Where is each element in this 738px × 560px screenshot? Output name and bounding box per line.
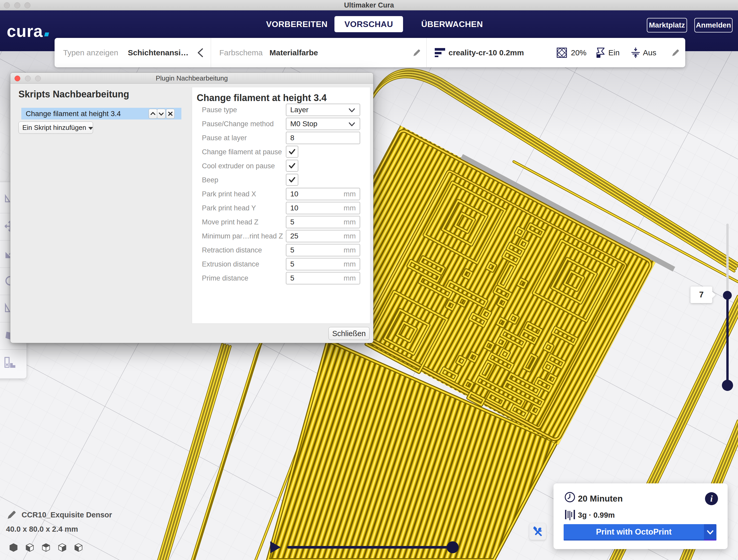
dialog-title: Plugin Nachbearbeitung xyxy=(10,73,373,84)
setting-input[interactable]: 8 xyxy=(286,132,360,144)
color-scheme-value[interactable]: Materialfarbe xyxy=(270,38,318,67)
setting-unit: mm xyxy=(344,216,356,228)
macos-titlebar: Ultimaker Cura xyxy=(0,0,738,10)
sign-in-button[interactable]: Anmelden xyxy=(694,18,733,32)
setting-checkbox[interactable] xyxy=(286,160,298,172)
path-slider-track[interactable] xyxy=(287,546,453,549)
setting-unit: mm xyxy=(344,202,356,214)
setting-input[interactable]: 5mm xyxy=(286,272,360,285)
tab-vorbereiten[interactable]: VORBEREITEN xyxy=(266,16,317,32)
setting-value: M0 Stop xyxy=(290,118,317,130)
setting-input[interactable]: 5mm xyxy=(286,258,360,270)
move-script-down-button[interactable] xyxy=(157,109,165,119)
setting-dropdown[interactable]: M0 Stop xyxy=(286,118,360,130)
rename-model-pencil-icon[interactable] xyxy=(7,510,16,520)
checkmark-icon xyxy=(286,174,298,185)
setting-input[interactable]: 10mm xyxy=(286,202,360,214)
cura-logo: cura xyxy=(7,23,49,39)
setting-value: 5 xyxy=(290,272,294,284)
tool-support-blocker[interactable] xyxy=(0,349,26,376)
add-script-button[interactable]: Ein Skript hinzufügen xyxy=(18,121,93,134)
camera-view-buttons[interactable] xyxy=(9,543,87,553)
adhesion-value: Aus xyxy=(643,38,656,67)
layer-slider-handle[interactable] xyxy=(723,291,732,300)
layer-slider-track-lower[interactable] xyxy=(726,295,729,385)
color-scheme-label: Farbschema xyxy=(219,38,263,67)
printer-profile-value[interactable]: creality-cr-10 0.2mm xyxy=(448,38,524,67)
clock-icon xyxy=(565,492,575,503)
model-dimensions: 40.0 x 80.0 x 2.4 mm xyxy=(6,525,78,534)
setting-label: Pause at layer xyxy=(202,132,247,144)
layer-slider-track-upper[interactable] xyxy=(726,224,729,297)
move-script-up-button[interactable] xyxy=(149,109,157,119)
print-options-dropdown[interactable] xyxy=(704,524,716,541)
view-type-value[interactable]: Schichtenansi… xyxy=(128,38,189,67)
setting-value: 10 xyxy=(290,202,298,214)
setting-unit: mm xyxy=(344,230,356,242)
setting-value: 25 xyxy=(290,230,298,242)
collapse-chevron-icon[interactable] xyxy=(196,48,205,58)
setting-label: Prime distance xyxy=(202,272,249,285)
setting-label: Retraction distance xyxy=(202,244,262,256)
setting-value: 5 xyxy=(290,258,294,270)
setting-unit: mm xyxy=(344,188,356,200)
support-blocker-icon xyxy=(4,356,16,369)
layer-slider-end-handle[interactable] xyxy=(722,380,733,391)
setting-unit: mm xyxy=(344,244,356,256)
close-dialog-button[interactable]: Schließen xyxy=(328,327,370,340)
view-top-button[interactable] xyxy=(42,544,50,551)
tab-vorschau[interactable]: VORSCHAU xyxy=(334,16,403,32)
setting-unit: mm xyxy=(344,272,356,284)
layer-number-tooltip: 7 xyxy=(690,287,712,303)
print-settings-adjust-button[interactable] xyxy=(529,523,546,540)
edit-print-settings-icon[interactable] xyxy=(672,49,680,57)
remove-script-button[interactable] xyxy=(166,109,174,119)
checkmark-icon xyxy=(286,160,298,171)
path-slider-handle[interactable] xyxy=(447,541,459,553)
support-icon xyxy=(597,48,606,58)
setting-checkbox[interactable] xyxy=(286,174,298,186)
setting-label: Extrusion distance xyxy=(202,258,259,270)
tab-ueberwachen[interactable]: ÜBERWACHEN xyxy=(421,16,480,32)
window-title: Ultimaker Cura xyxy=(0,0,738,10)
view-front-button[interactable] xyxy=(26,544,33,551)
support-value: Ein xyxy=(608,38,620,67)
view-right-button[interactable] xyxy=(75,544,82,551)
setting-input[interactable]: 25mm xyxy=(286,230,360,242)
print-time-estimate: 20 Minuten xyxy=(578,494,623,504)
setting-label: Cool extruder on pause xyxy=(202,160,275,172)
setting-value: 5 xyxy=(290,244,294,256)
checkmark-icon xyxy=(286,146,298,157)
material-usage-icon xyxy=(565,509,575,521)
setting-value: 10 xyxy=(290,188,298,200)
edit-pencil-icon[interactable] xyxy=(413,49,421,57)
script-settings-pane: Change filament at height 3.4 Pause type… xyxy=(192,87,370,324)
view-3d-button[interactable] xyxy=(10,544,17,551)
setting-checkbox[interactable] xyxy=(286,146,298,158)
marketplace-button[interactable]: Marktplatz xyxy=(647,18,687,32)
dialog-titlebar[interactable]: Plugin Nachbearbeitung xyxy=(10,73,373,84)
print-button-group: Print with OctoPrint xyxy=(564,524,716,541)
setting-value: Layer xyxy=(290,104,309,116)
setting-label: Beep xyxy=(202,174,218,186)
chevron-down-icon xyxy=(347,121,357,128)
preview-toolbar: Typen anzeigen Schichtenansi… Farbschema… xyxy=(55,38,685,67)
setting-label: Change filament at pause xyxy=(202,146,282,158)
setting-input[interactable]: 5mm xyxy=(286,216,360,228)
view-left-button[interactable] xyxy=(59,544,66,551)
play-button[interactable] xyxy=(270,541,281,553)
info-icon[interactable]: i xyxy=(705,492,718,505)
setting-input[interactable]: 5mm xyxy=(286,244,360,256)
chevron-down-icon xyxy=(706,529,714,536)
application-window: Ultimaker Cura cura VORBEREITEN VORSCHAU… xyxy=(0,0,738,560)
setting-input[interactable]: 10mm xyxy=(286,188,360,200)
setting-label: Minimum par…rint head Z xyxy=(202,230,283,242)
model-name[interactable]: CCR10_Exquisite Densor xyxy=(22,511,112,519)
print-with-octoprint-button[interactable]: Print with OctoPrint xyxy=(564,524,704,541)
setting-unit: mm xyxy=(344,258,356,270)
setting-dropdown[interactable]: Layer xyxy=(286,104,360,116)
print-info-panel: 20 Minuten i 3g · 0.99m Print with OctoP… xyxy=(554,483,728,549)
material-usage-estimate: 3g · 0.99m xyxy=(578,511,615,520)
adhesion-icon xyxy=(631,47,640,58)
view-type-label: Typen anzeigen xyxy=(63,38,118,67)
